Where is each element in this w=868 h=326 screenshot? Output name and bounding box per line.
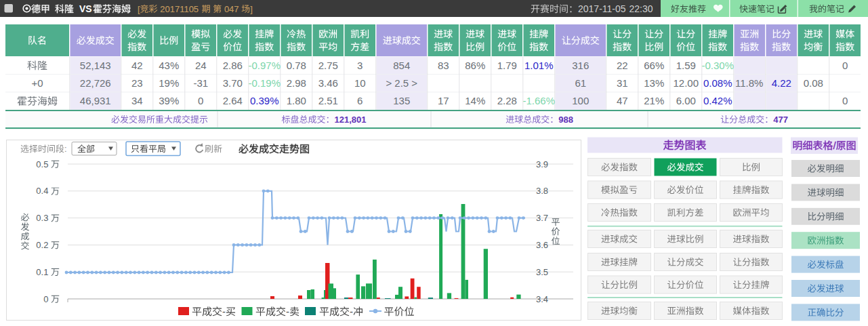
svg-text:135: 135 (393, 95, 410, 106)
svg-text:VS: VS (79, 3, 92, 14)
svg-text:2.75: 2.75 (318, 60, 338, 71)
svg-text:2.5: 2.5 (394, 77, 409, 89)
svg-text:-0.97%: -0.97% (249, 60, 281, 71)
svg-text:0.78: 0.78 (287, 60, 306, 71)
svg-text:3.70: 3.70 (223, 77, 243, 89)
svg-text:22,726: 22,726 (80, 77, 111, 89)
svg-text:52,143: 52,143 (80, 60, 111, 71)
svg-text:>: > (386, 77, 392, 89)
svg-text:121,801: 121,801 (335, 115, 367, 125)
svg-text:83: 83 (438, 60, 449, 71)
svg-text:0: 0 (842, 60, 848, 71)
svg-text:0.4: 0.4 (36, 186, 48, 196)
svg-text:22: 22 (617, 60, 628, 71)
svg-text:0.08%: 0.08% (703, 77, 732, 89)
svg-text:-0.30%: -0.30% (702, 60, 735, 71)
svg-text:6: 6 (357, 95, 363, 106)
svg-text:10: 10 (354, 77, 366, 89)
svg-text:477: 477 (773, 115, 788, 125)
svg-text:854: 854 (393, 60, 410, 71)
svg-text:[: [ (138, 4, 140, 14)
svg-text:2.28: 2.28 (497, 95, 517, 106)
svg-text:988: 988 (558, 115, 573, 125)
svg-text:12.00: 12.00 (674, 77, 699, 89)
svg-text:3.4: 3.4 (536, 294, 548, 304)
svg-text:3.5: 3.5 (536, 267, 548, 277)
svg-text:1.80: 1.80 (287, 95, 306, 106)
svg-text:4.22: 4.22 (772, 77, 791, 89)
svg-text:24: 24 (195, 60, 207, 71)
svg-text:22:30: 22:30 (629, 3, 653, 14)
svg-text:46,931: 46,931 (80, 95, 111, 106)
svg-text:2017-11-05: 2017-11-05 (578, 3, 626, 14)
svg-text:3.8: 3.8 (536, 186, 548, 196)
svg-text:6.00: 6.00 (676, 95, 696, 106)
svg-text:34: 34 (131, 95, 143, 106)
svg-text::: : (64, 144, 67, 154)
svg-text:0.3: 0.3 (36, 213, 48, 223)
svg-text:17: 17 (438, 95, 449, 106)
svg-text:13%: 13% (644, 77, 664, 89)
svg-text:3: 3 (357, 60, 363, 71)
svg-text:21%: 21% (644, 95, 664, 106)
svg-text:11.8%: 11.8% (735, 77, 763, 89)
svg-text:1.59: 1.59 (676, 60, 696, 71)
svg-text:]: ] (250, 4, 253, 14)
svg-text:0.39%: 0.39% (250, 95, 279, 106)
svg-text:1.01%: 1.01% (524, 60, 554, 71)
svg-text:047: 047 (224, 4, 239, 14)
svg-text:19%: 19% (159, 77, 179, 89)
svg-text:3.6: 3.6 (536, 240, 548, 250)
svg-text:39%: 39% (159, 95, 179, 106)
svg-text:-: - (350, 306, 353, 317)
svg-text:>: > (411, 77, 417, 89)
svg-text:61: 61 (575, 77, 586, 89)
svg-text:3.7: 3.7 (536, 213, 548, 223)
svg-text:43%: 43% (159, 60, 179, 71)
svg-text:0.1: 0.1 (36, 267, 48, 277)
svg-text:-: - (222, 306, 226, 317)
svg-text:0.5: 0.5 (36, 159, 48, 169)
svg-text:100: 100 (572, 95, 589, 106)
svg-text:20171105: 20171105 (160, 4, 199, 14)
svg-text:23: 23 (131, 77, 143, 89)
svg-text:0: 0 (198, 95, 203, 106)
svg-text:3.9: 3.9 (536, 159, 548, 169)
svg-text:0: 0 (842, 95, 848, 106)
svg-text:2.51: 2.51 (318, 95, 338, 106)
svg-text:3.46: 3.46 (318, 77, 338, 89)
svg-text:31: 31 (617, 77, 628, 89)
svg-text:1.79: 1.79 (497, 60, 517, 71)
svg-text:14%: 14% (465, 95, 485, 106)
svg-text:0.42%: 0.42% (703, 95, 732, 106)
svg-text:0.2: 0.2 (36, 240, 48, 250)
svg-text:316: 316 (572, 60, 589, 71)
svg-text:-1.66%: -1.66% (523, 95, 556, 106)
svg-text:66%: 66% (644, 60, 664, 71)
svg-text:2.98: 2.98 (287, 77, 306, 89)
svg-text:-0.19%: -0.19% (249, 77, 281, 89)
svg-text:2.64: 2.64 (223, 95, 243, 106)
svg-text:+0: +0 (31, 77, 43, 89)
svg-text:0: 0 (43, 294, 48, 304)
svg-text:2.86: 2.86 (223, 60, 243, 71)
svg-text:-31: -31 (193, 77, 208, 89)
svg-text:47: 47 (617, 95, 628, 106)
svg-text:-: - (286, 306, 289, 317)
svg-text:0.08: 0.08 (804, 77, 823, 89)
svg-text:42: 42 (131, 60, 143, 71)
svg-text:86%: 86% (465, 60, 485, 71)
